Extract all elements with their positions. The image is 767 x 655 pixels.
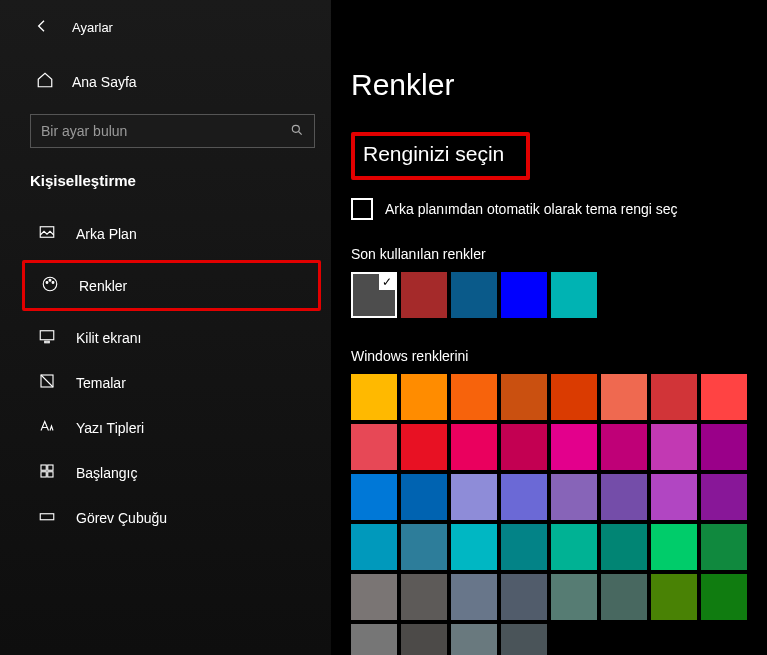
color-swatch[interactable] bbox=[651, 374, 697, 420]
color-swatch[interactable] bbox=[551, 374, 597, 420]
back-icon[interactable] bbox=[34, 18, 50, 37]
home-label: Ana Sayfa bbox=[72, 74, 137, 90]
svg-rect-6 bbox=[40, 331, 54, 340]
palette-icon bbox=[41, 275, 59, 296]
color-swatch[interactable] bbox=[601, 424, 647, 470]
sidebar-item-label: Temalar bbox=[76, 375, 126, 391]
color-swatch[interactable] bbox=[351, 624, 397, 655]
color-swatch[interactable] bbox=[501, 624, 547, 655]
color-swatch[interactable] bbox=[701, 474, 747, 520]
sidebar-item-label: Yazı Tipleri bbox=[76, 420, 144, 436]
svg-rect-13 bbox=[40, 514, 54, 520]
color-swatch[interactable] bbox=[401, 424, 447, 470]
sidebar-item-label: Arka Plan bbox=[76, 226, 137, 242]
color-swatch[interactable] bbox=[501, 474, 547, 520]
search-icon bbox=[290, 123, 304, 140]
color-swatch[interactable] bbox=[651, 474, 697, 520]
sidebar-item-home[interactable]: Ana Sayfa bbox=[0, 61, 331, 102]
color-swatch[interactable] bbox=[701, 424, 747, 470]
color-swatch[interactable] bbox=[351, 524, 397, 570]
svg-rect-9 bbox=[41, 465, 46, 470]
taskbar-icon bbox=[38, 507, 56, 528]
color-swatch[interactable] bbox=[601, 574, 647, 620]
color-swatch[interactable] bbox=[651, 424, 697, 470]
svg-rect-1 bbox=[40, 227, 54, 238]
auto-color-label: Arka planımdan otomatik olarak tema reng… bbox=[385, 201, 678, 217]
svg-point-0 bbox=[292, 125, 299, 132]
app-title: Ayarlar bbox=[72, 20, 113, 35]
sidebar-item-label: Görev Çubuğu bbox=[76, 510, 167, 526]
search-field[interactable] bbox=[41, 123, 290, 139]
sidebar-item-label: Başlangıç bbox=[76, 465, 137, 481]
sidebar-item-colors[interactable]: Renkler bbox=[25, 263, 318, 308]
color-swatch[interactable] bbox=[551, 474, 597, 520]
color-swatch[interactable] bbox=[451, 574, 497, 620]
color-swatch[interactable] bbox=[401, 474, 447, 520]
color-swatch[interactable] bbox=[351, 424, 397, 470]
svg-point-5 bbox=[52, 282, 54, 284]
color-swatch[interactable] bbox=[401, 374, 447, 420]
sidebar-item-themes[interactable]: Temalar bbox=[0, 360, 331, 405]
recent-colors-label: Son kullanılan renkler bbox=[351, 246, 747, 262]
sidebar-item-background[interactable]: Arka Plan bbox=[0, 211, 331, 256]
choose-color-heading-highlight: Renginizi seçin bbox=[351, 132, 530, 180]
color-swatch[interactable] bbox=[501, 424, 547, 470]
color-swatch[interactable] bbox=[451, 524, 497, 570]
recent-color-swatch[interactable] bbox=[551, 272, 597, 318]
checkmark-icon: ✓ bbox=[379, 274, 395, 290]
recent-color-swatch[interactable] bbox=[501, 272, 547, 318]
sidebar-item-taskbar[interactable]: Görev Çubuğu bbox=[0, 495, 331, 540]
svg-rect-12 bbox=[48, 472, 53, 477]
svg-rect-10 bbox=[48, 465, 53, 470]
color-swatch[interactable] bbox=[551, 524, 597, 570]
svg-point-4 bbox=[49, 279, 51, 281]
picture-icon bbox=[38, 223, 56, 244]
color-swatch[interactable] bbox=[351, 574, 397, 620]
color-swatch[interactable] bbox=[451, 424, 497, 470]
color-swatch[interactable] bbox=[701, 524, 747, 570]
recent-color-swatch[interactable] bbox=[401, 272, 447, 318]
recent-color-swatch[interactable]: ✓ bbox=[351, 272, 397, 318]
sidebar-item-label: Renkler bbox=[79, 278, 127, 294]
page-title: Renkler bbox=[351, 68, 747, 102]
color-swatch[interactable] bbox=[701, 374, 747, 420]
windows-colors-label: Windows renklerini bbox=[351, 348, 747, 364]
sidebar-item-lockscreen[interactable]: Kilit ekranı bbox=[0, 315, 331, 360]
fonts-icon bbox=[38, 417, 56, 438]
color-swatch[interactable] bbox=[651, 574, 697, 620]
color-swatch[interactable] bbox=[601, 474, 647, 520]
color-swatch[interactable] bbox=[451, 624, 497, 655]
svg-rect-11 bbox=[41, 472, 46, 477]
sidebar-item-start[interactable]: Başlangıç bbox=[0, 450, 331, 495]
color-swatch[interactable] bbox=[351, 474, 397, 520]
recent-color-swatch[interactable] bbox=[451, 272, 497, 318]
color-swatch[interactable] bbox=[601, 524, 647, 570]
color-swatch[interactable] bbox=[551, 424, 597, 470]
svg-rect-7 bbox=[45, 341, 50, 343]
start-icon bbox=[38, 462, 56, 483]
color-swatch[interactable] bbox=[401, 574, 447, 620]
color-swatch[interactable] bbox=[351, 374, 397, 420]
search-input[interactable] bbox=[30, 114, 315, 148]
color-swatch[interactable] bbox=[451, 374, 497, 420]
svg-point-3 bbox=[46, 282, 48, 284]
color-swatch[interactable] bbox=[401, 524, 447, 570]
color-swatch[interactable] bbox=[701, 574, 747, 620]
color-swatch[interactable] bbox=[651, 524, 697, 570]
sidebar-item-label: Kilit ekranı bbox=[76, 330, 141, 346]
color-swatch[interactable] bbox=[401, 624, 447, 655]
color-swatch[interactable] bbox=[501, 574, 547, 620]
themes-icon bbox=[38, 372, 56, 393]
color-swatch[interactable] bbox=[551, 574, 597, 620]
color-swatch[interactable] bbox=[601, 374, 647, 420]
color-swatch[interactable] bbox=[501, 524, 547, 570]
color-swatch[interactable] bbox=[501, 374, 547, 420]
auto-color-checkbox[interactable] bbox=[351, 198, 373, 220]
lockscreen-icon bbox=[38, 327, 56, 348]
home-icon bbox=[36, 71, 54, 92]
color-swatch[interactable] bbox=[451, 474, 497, 520]
choose-color-heading: Renginizi seçin bbox=[363, 142, 504, 165]
section-title: Kişiselleştirme bbox=[0, 166, 331, 211]
sidebar-item-fonts[interactable]: Yazı Tipleri bbox=[0, 405, 331, 450]
